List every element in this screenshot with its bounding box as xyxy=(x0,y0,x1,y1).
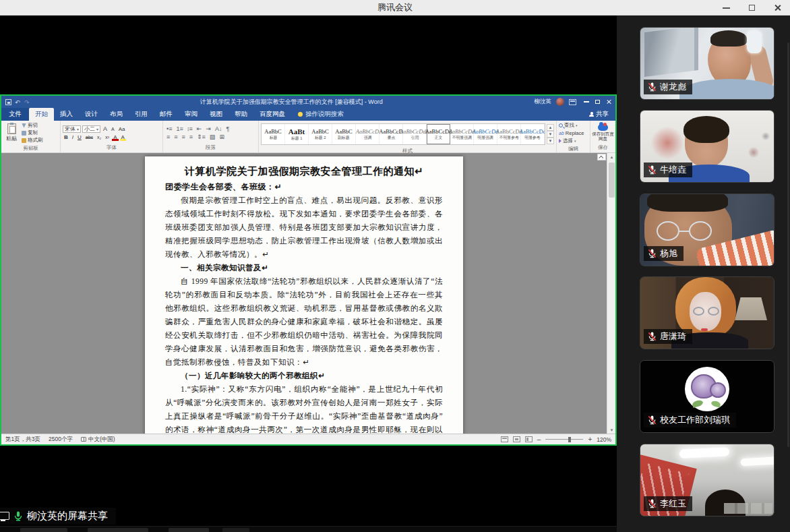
style-item[interactable]: AaBbCcDd明显参考 xyxy=(521,124,545,144)
tab-insert[interactable]: 插入 xyxy=(54,108,79,121)
tell-me-search[interactable]: 操作说明搜索 xyxy=(298,110,344,121)
style-item[interactable]: AaBt标题 1 xyxy=(285,124,309,144)
word-share-button[interactable]: 共享 xyxy=(582,108,615,121)
superscript-button[interactable]: x² xyxy=(104,135,111,140)
scroll-up-arrow[interactable]: ▲ xyxy=(607,153,615,160)
style-item[interactable]: AaBbC标题 2 xyxy=(309,124,332,144)
style-gallery-more[interactable]: ▼ xyxy=(547,138,554,144)
participant-name: 李红玉 xyxy=(660,498,686,510)
show-marks-icon[interactable]: ¶ xyxy=(224,125,231,132)
tab-review[interactable]: 审阅 xyxy=(179,108,204,121)
select-button[interactable]: 选择▾ xyxy=(559,138,588,144)
zoom-out-button[interactable]: – xyxy=(537,436,541,443)
word-minimize-icon[interactable] xyxy=(584,101,589,102)
numbering-icon[interactable]: 1≡ xyxy=(175,125,184,132)
maximize-button[interactable] xyxy=(739,0,764,16)
participant-tile-niupeiyao[interactable]: 牛培垚 xyxy=(640,110,774,183)
zoom-level[interactable]: 120% xyxy=(597,436,611,443)
align-right-icon[interactable]: ≡ xyxy=(181,134,187,140)
italic-button[interactable]: I xyxy=(71,134,75,140)
change-case-button[interactable]: Aa xyxy=(117,126,127,132)
line-spacing-icon[interactable]: ⇕≡ xyxy=(195,134,207,140)
word-restore-icon[interactable] xyxy=(595,100,600,104)
document-page[interactable]: 计算机学院关于加强假期宗教安全管理工作的通知↵ 团委学生会各部委、各班级：↵ 假… xyxy=(145,156,463,434)
underline-button[interactable]: U xyxy=(76,134,83,140)
scroll-down-arrow[interactable]: ▼ xyxy=(607,426,615,434)
bullets-icon[interactable]: •≡ xyxy=(165,125,173,132)
style-item[interactable]: AaBbCcDd明显强调 xyxy=(474,124,497,144)
justify-icon[interactable]: ≡ xyxy=(188,134,194,140)
replace-button[interactable]: abReplace xyxy=(559,130,588,136)
bold-button[interactable]: B xyxy=(63,134,69,140)
word-close-icon[interactable] xyxy=(606,99,611,105)
zoom-slider[interactable] xyxy=(545,439,583,440)
vertical-scrollbar[interactable]: ▲ ▼ xyxy=(607,153,615,434)
style-item-selected[interactable]: AaBbCcDd正文 xyxy=(427,124,450,144)
subscript-button[interactable]: x₂ xyxy=(96,135,102,140)
save-to-baidu-button[interactable]: 保存到百度网盘 xyxy=(592,124,613,141)
tab-file[interactable]: 文件 xyxy=(1,108,29,121)
tab-layout[interactable]: 布局 xyxy=(104,108,129,121)
grow-font-button[interactable]: A xyxy=(102,125,109,132)
align-left-icon[interactable]: ≡ xyxy=(165,134,171,140)
font-name-box[interactable]: 宋体▾ xyxy=(63,125,81,133)
paste-button[interactable]: 粘贴 xyxy=(3,123,20,143)
tab-mailings[interactable]: 邮件 xyxy=(154,108,179,121)
style-item[interactable]: AaBbCcD强调 xyxy=(356,124,379,144)
copy-button[interactable]: 复制 xyxy=(22,129,43,136)
participant-tile-tangxiaoqi[interactable]: 唐潇琦 xyxy=(640,276,774,349)
style-item[interactable]: AaBbC副标题 xyxy=(332,124,356,144)
shading-icon[interactable]: ▨ xyxy=(208,134,217,140)
style-item[interactable]: AaBbC标题 xyxy=(262,124,285,144)
tab-help[interactable]: 帮助 xyxy=(229,108,253,121)
increase-indent-icon[interactable]: ⇥ xyxy=(204,125,212,132)
find-button[interactable]: 查找▾ xyxy=(559,122,588,129)
undo-icon[interactable] xyxy=(15,99,21,105)
ribbon-options-icon[interactable] xyxy=(569,99,576,105)
style-scroll-up[interactable]: ▲ xyxy=(547,124,554,131)
tab-design[interactable]: 设计 xyxy=(79,108,104,121)
decrease-indent-icon[interactable]: ⇤ xyxy=(195,125,204,132)
zoom-slider-thumb[interactable] xyxy=(568,437,571,442)
scrollbar-thumb[interactable] xyxy=(609,162,615,198)
text-highlight-button[interactable]: A xyxy=(120,134,126,140)
participant-tile-xielongbiao[interactable]: 谢龙彪 xyxy=(640,27,774,100)
participant-tile-lihongyu[interactable]: 李红玉 xyxy=(640,444,774,516)
read-mode-icon[interactable] xyxy=(501,436,508,442)
borders-icon[interactable]: ⊞ xyxy=(218,134,226,140)
participant-tile-liuruiqi[interactable]: 校友工作部刘瑞琪 xyxy=(640,360,774,433)
sort-icon[interactable]: A↓ xyxy=(214,125,224,132)
zoom-in-button[interactable]: + xyxy=(588,436,592,443)
participant-nametag: 牛培垚 xyxy=(644,162,692,177)
align-center-icon[interactable]: ≡ xyxy=(173,134,179,140)
web-layout-icon[interactable] xyxy=(525,436,533,442)
collapse-ribbon-button[interactable] xyxy=(597,154,606,160)
close-button[interactable] xyxy=(764,0,790,16)
font-size-box[interactable]: 小二▾ xyxy=(82,125,100,133)
cut-button[interactable]: 剪切 xyxy=(22,122,43,129)
format-painter-button[interactable]: 格式刷 xyxy=(22,137,43,144)
shrink-font-button[interactable]: A xyxy=(110,127,116,131)
tab-view[interactable]: 视图 xyxy=(204,108,229,121)
avatar[interactable] xyxy=(556,98,564,106)
strikethrough-button[interactable]: abc xyxy=(84,135,94,140)
tab-home[interactable]: 开始 xyxy=(29,108,54,121)
word-count[interactable]: 2500个字 xyxy=(49,436,73,444)
page-indicator[interactable]: 第1页，共3页 xyxy=(5,436,40,444)
multilevel-list-icon[interactable]: ⁝≡ xyxy=(186,125,194,132)
sidebar-scrollbar[interactable] xyxy=(787,42,789,447)
style-item[interactable]: AaBbCcDd不明显强调 xyxy=(450,124,474,144)
save-icon[interactable] xyxy=(5,99,11,105)
print-layout-icon[interactable] xyxy=(513,436,520,442)
style-scroll-down[interactable]: ▼ xyxy=(547,131,554,138)
scissors-icon xyxy=(22,123,26,128)
style-item[interactable]: AaBbCcDd不明显参考 xyxy=(497,124,521,144)
redo-icon[interactable] xyxy=(24,99,30,105)
tab-baidu-netdisk[interactable]: 百度网盘 xyxy=(253,108,291,121)
participant-tile-yangxu[interactable]: 杨旭 xyxy=(640,194,774,266)
language-indicator[interactable]: 中文(中国) xyxy=(88,436,115,444)
style-item[interactable]: AaBbCcDdE引用 xyxy=(403,124,427,144)
tab-references[interactable]: 引用 xyxy=(129,108,154,121)
minimize-button[interactable] xyxy=(713,0,739,16)
font-color-button[interactable]: A xyxy=(112,134,118,140)
